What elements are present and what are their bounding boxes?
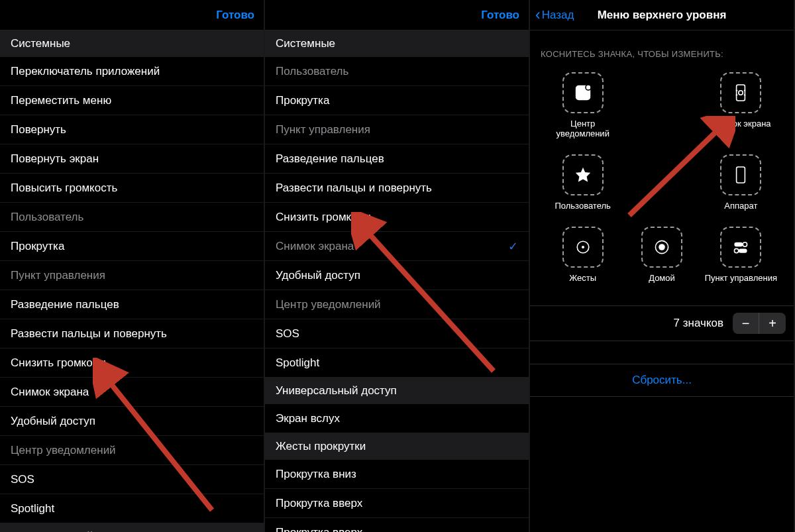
action-row[interactable]: Spotlight [0, 494, 264, 523]
action-row[interactable]: Прокрутка вверх [265, 489, 529, 518]
icon-label: Домой [649, 273, 675, 283]
row-label: Экран вслух [276, 412, 340, 425]
action-row[interactable]: Удобный доступ [265, 261, 529, 290]
svg-rect-6 [737, 85, 745, 101]
icon-label: Аппарат [724, 201, 757, 211]
action-row[interactable]: Повернуть [0, 115, 264, 144]
row-label: Универсальный доступ [276, 384, 397, 398]
actions-list[interactable]: СистемныеПользовательПрокруткаПункт упра… [265, 30, 529, 532]
row-label: Центр уведомлений [276, 298, 381, 311]
stepper-minus[interactable]: − [733, 313, 759, 334]
gestures-icon [562, 227, 604, 268]
home-icon [641, 227, 682, 268]
action-row[interactable]: Повернуть экран [0, 144, 264, 174]
action-row[interactable]: Прокрутка вниз [265, 460, 529, 489]
row-label: Удобный доступ [11, 415, 95, 428]
action-row[interactable]: Центр уведомлений [265, 290, 529, 319]
section-caption: КОСНИТЕСЬ ЗНАЧКА, ЧТОБЫ ИЗМЕНИТЬ: [530, 30, 794, 66]
navbar: ‹ Назад Меню верхнего уровня [530, 0, 794, 30]
action-row[interactable]: Удобный доступ [0, 407, 264, 436]
icon-label: Центр уведомлений [545, 119, 621, 138]
chevron-left-icon: ‹ [535, 7, 541, 23]
action-row[interactable]: Развести пальцы и повернуть [0, 319, 264, 348]
row-label: Повысить громкость [11, 182, 117, 195]
row-label: Разведение пальцев [276, 152, 384, 166]
done-button[interactable]: Готово [216, 9, 254, 22]
svg-point-12 [659, 244, 665, 250]
action-row[interactable]: Центр уведомлений [0, 436, 264, 465]
back-label: Назад [542, 9, 574, 22]
row-label: Пункт управления [11, 269, 105, 282]
reset-button[interactable]: Сбросить... [530, 364, 794, 397]
notification-center-icon [562, 72, 604, 113]
action-row[interactable]: Прокрутка [0, 232, 264, 261]
action-row[interactable]: SOS [0, 465, 264, 494]
action-row[interactable]: Переключатель приложений [0, 57, 264, 86]
row-label: Пользователь [11, 211, 83, 224]
icon-count-stepper[interactable]: − + [733, 313, 786, 334]
svg-point-5 [586, 85, 591, 90]
actions-list[interactable]: СистемныеПереключатель приложенийПеремес… [0, 30, 264, 532]
row-label: Развести пальцы и повернуть [11, 327, 167, 341]
svg-point-16 [735, 248, 739, 252]
action-row[interactable]: Снимок экрана✓ [265, 232, 529, 261]
star-icon [562, 154, 604, 195]
row-label: Удобный доступ [276, 269, 360, 282]
menu-icon-screenshot[interactable]: Снимок экрана [703, 72, 779, 138]
icon-label: Жесты [569, 273, 596, 283]
navbar: Готово [0, 0, 264, 30]
action-row[interactable]: Пункт управления [265, 115, 529, 144]
svg-rect-15 [739, 248, 747, 252]
action-row[interactable]: Прокрутка вверх [265, 518, 529, 532]
action-row[interactable]: Снизить громкость [0, 348, 264, 378]
stepper-plus[interactable]: + [759, 313, 786, 334]
row-label: Снимок экрана [276, 240, 354, 253]
back-button[interactable]: ‹ Назад [535, 7, 574, 23]
svg-point-7 [739, 91, 743, 95]
row-label: Прокрутка [276, 94, 329, 107]
row-label: Прокрутка вверх [276, 497, 362, 510]
row-label: Развести пальцы и повернуть [276, 182, 432, 195]
panel-actions-list-1: Готово СистемныеПереключатель приложений… [0, 0, 265, 532]
action-row[interactable]: Развести пальцы и повернуть [265, 174, 529, 203]
row-label: Прокрутка вниз [276, 468, 356, 481]
navbar: Готово [265, 0, 529, 30]
row-label: Переместить меню [11, 94, 111, 107]
menu-icon-star[interactable]: Пользователь [545, 154, 621, 211]
menu-icon-control-center[interactable]: Пункт управления [703, 227, 779, 283]
section-header: Универсальный доступ [0, 523, 264, 532]
row-label: Снимок экрана [11, 386, 89, 399]
menu-icon-notification-center[interactable]: Центр уведомлений [545, 72, 621, 138]
icon-label: Снимок экрана [711, 119, 771, 129]
svg-rect-8 [737, 167, 745, 183]
action-row[interactable]: SOS [265, 319, 529, 348]
action-row[interactable]: Разведение пальцев [265, 144, 529, 174]
icon-count-row: 7 значков − + [530, 305, 794, 341]
row-label: Прокрутка [11, 240, 64, 253]
device-icon [720, 154, 761, 195]
action-row[interactable]: Снизить громкость [265, 203, 529, 232]
row-label: Жесты прокрутки [276, 440, 366, 453]
row-label: Повернуть экран [11, 152, 99, 166]
action-row[interactable]: Пункт управления [0, 261, 264, 290]
action-row[interactable]: Прокрутка [265, 86, 529, 115]
action-row[interactable]: Снимок экрана [0, 378, 264, 407]
icon-label: Пункт управления [705, 273, 777, 283]
action-row[interactable]: Разведение пальцев [0, 290, 264, 319]
menu-icon-gestures[interactable]: Жесты [545, 227, 621, 283]
row-label: Снизить громкость [11, 356, 109, 370]
icon-label: Пользователь [555, 201, 610, 211]
menu-icon-home[interactable]: Домой [623, 227, 700, 283]
action-row[interactable]: Переместить меню [0, 86, 264, 115]
panel-top-level-menu: ‹ Назад Меню верхнего уровня КОСНИТЕСЬ З… [530, 0, 795, 532]
menu-icon-device[interactable]: Аппарат [703, 154, 779, 211]
row-label: Снизить громкость [276, 211, 374, 224]
done-button[interactable]: Готово [481, 9, 519, 22]
action-row[interactable]: Экран вслух [265, 404, 529, 433]
action-row[interactable]: Spotlight [265, 348, 529, 378]
action-row[interactable]: Повысить громкость [0, 174, 264, 203]
row-label: Пункт управления [276, 123, 370, 136]
row-label: Spotlight [276, 356, 319, 370]
action-row[interactable]: Пользователь [0, 203, 264, 232]
action-row[interactable]: Пользователь [265, 57, 529, 86]
